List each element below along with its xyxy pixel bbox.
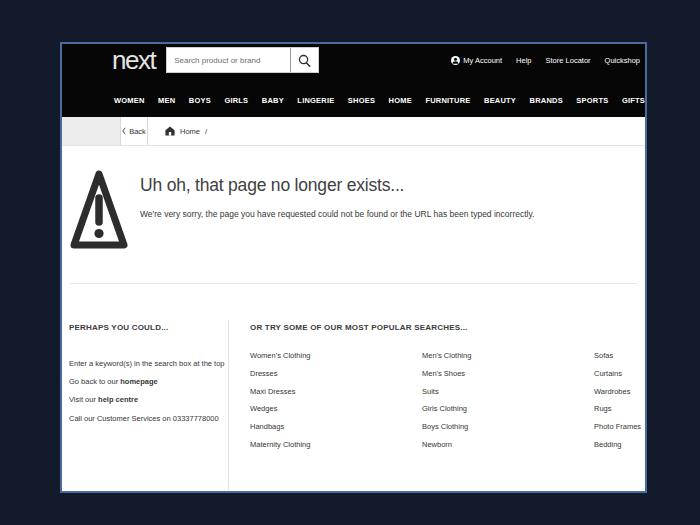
suggestion-item: Enter a keyword(s) in the search box at … (69, 355, 222, 373)
my-account-label: My Account (463, 56, 502, 65)
popular-search-columns: Women's ClothingDressesMaxi DressesWedge… (250, 347, 645, 454)
nav-item[interactable]: BABY (262, 96, 284, 105)
breadcrumb-home-label: Home (180, 127, 200, 136)
popular-search-link[interactable]: Suits (422, 383, 594, 401)
nav-item[interactable]: GIFTS (622, 96, 645, 105)
home-icon (165, 126, 175, 136)
popular-search-link[interactable]: Dresses (250, 365, 422, 383)
vertical-divider (228, 320, 229, 490)
suggestions-list: Enter a keyword(s) in the search box at … (69, 355, 222, 428)
utility-link-list: HelpStore LocatorQuickshop (516, 56, 640, 65)
popular-search-link[interactable]: Maxi Dresses (250, 383, 422, 401)
breadcrumb-separator: / (205, 127, 207, 136)
nav-item[interactable]: LINGERIE (297, 96, 334, 105)
utility-links: My Account (451, 56, 502, 65)
category-nav: WOMENMENBOYSGIRLSBABYLINGERIESHOESHOMEFU… (114, 90, 645, 110)
nav-item[interactable]: SPORTS (576, 96, 608, 105)
error-section: Uh oh, that page no longer exists... We'… (62, 146, 645, 283)
nav-item[interactable]: BEAUTY (484, 96, 516, 105)
suggestion-text: Call our Customer Services on 0333777800… (69, 414, 219, 423)
popular-column-1: Women's ClothingDressesMaxi DressesWedge… (250, 347, 422, 454)
popular-search-link[interactable]: Bedding (594, 436, 641, 454)
popular-column-2: Men's ClothingMen's ShoesSuitsGirls Clot… (422, 347, 594, 454)
search-icon (298, 54, 311, 67)
nav-item[interactable]: BRANDS (530, 96, 563, 105)
nav-item[interactable]: BOYS (189, 96, 211, 105)
account-icon (451, 56, 460, 65)
breadcrumb: Home / (148, 117, 645, 145)
help-section: PERHAPS YOU COULD... Enter a keyword(s) … (62, 284, 645, 490)
browser-page: next (60, 42, 647, 493)
warning-triangle-icon (69, 167, 129, 259)
popular-search-link[interactable]: Rugs (594, 400, 641, 418)
breadcrumb-home[interactable]: Home (165, 126, 200, 136)
search-bar (166, 47, 319, 73)
error-title: Uh oh, that page no longer exists... (140, 175, 625, 196)
site-header: next (62, 44, 645, 117)
suggestion-text: Enter a keyword(s) in the search box at … (69, 359, 225, 368)
nav-item[interactable]: MEN (158, 96, 175, 105)
back-button[interactable]: Back (120, 117, 148, 145)
search-button[interactable] (290, 48, 318, 72)
popular-search-link[interactable]: Men's Clothing (422, 347, 594, 365)
breadcrumb-bar: Back Home / (62, 117, 645, 146)
suggestions-title: PERHAPS YOU COULD... (69, 323, 222, 332)
nav-item[interactable]: FURNITURE (425, 96, 470, 105)
suggestion-link[interactable]: homepage (120, 377, 158, 386)
popular-search-link[interactable]: Girls Clothing (422, 400, 594, 418)
popular-search-link[interactable]: Women's Clothing (250, 347, 422, 365)
popular-search-link[interactable]: Sofas (594, 347, 641, 365)
error-message: We're very sorry, the page you have requ… (140, 209, 625, 219)
nav-item[interactable]: GIRLS (224, 96, 248, 105)
popular-search-link[interactable]: Handbags (250, 418, 422, 436)
popular-search-link[interactable]: Men's Shoes (422, 365, 594, 383)
popular-search-link[interactable]: Boys Clothing (422, 418, 594, 436)
search-input[interactable] (167, 48, 290, 72)
popular-search-link[interactable]: Maternity Clothing (250, 436, 422, 454)
suggestion-item: Visit our help centre (69, 391, 222, 409)
nav-item[interactable]: WOMEN (114, 96, 145, 105)
popular-search-link[interactable]: Wedges (250, 400, 422, 418)
suggestion-item: Go back to our homepage (69, 373, 222, 391)
suggestion-text: Visit our (69, 395, 98, 404)
utility-link[interactable]: Quickshop (605, 56, 640, 65)
next-logo[interactable]: next (112, 47, 155, 73)
desktop-background: next (0, 0, 700, 525)
suggestions-panel: PERHAPS YOU COULD... Enter a keyword(s) … (62, 284, 228, 490)
popular-column-3: SofasCurtainsWardrobesRugsPhoto FramesBe… (594, 347, 641, 454)
popular-search-link[interactable]: Newborn (422, 436, 594, 454)
utility-link[interactable]: Store Locator (546, 56, 591, 65)
popular-search-link[interactable]: Photo Frames (594, 418, 641, 436)
nav-item[interactable]: HOME (389, 96, 412, 105)
chevron-left-icon (122, 127, 126, 135)
popular-searches-panel: OR TRY SOME OF OUR MOST POPULAR SEARCHES… (228, 284, 645, 490)
suggestion-text: Go back to our (69, 377, 120, 386)
popular-searches-title: OR TRY SOME OF OUR MOST POPULAR SEARCHES… (250, 323, 645, 332)
suggestion-link[interactable]: help centre (98, 395, 138, 404)
nav-item[interactable]: SHOES (348, 96, 375, 105)
back-label: Back (129, 127, 146, 136)
popular-search-link[interactable]: Curtains (594, 365, 641, 383)
suggestion-item: Call our Customer Services on 0333777800… (69, 410, 222, 428)
utility-link[interactable]: Help (516, 56, 531, 65)
popular-search-link[interactable]: Wardrobes (594, 383, 641, 401)
my-account-link[interactable]: My Account (451, 56, 502, 65)
breadcrumb-left-spacer (62, 117, 120, 145)
